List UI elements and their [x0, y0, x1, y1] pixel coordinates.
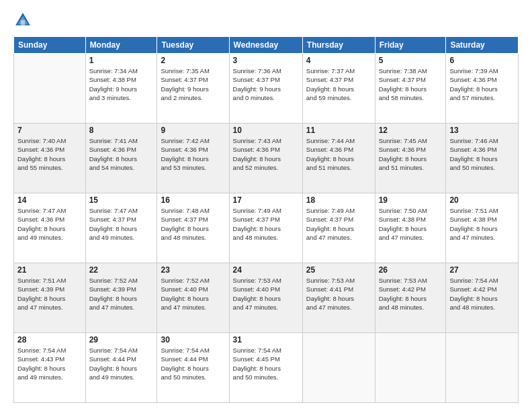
cell-info: Sunrise: 7:53 AMSunset: 4:40 PMDaylight:… [233, 276, 299, 312]
calendar-cell: 21Sunrise: 7:51 AMSunset: 4:39 PMDayligh… [14, 263, 86, 333]
calendar-cell: 18Sunrise: 7:49 AMSunset: 4:37 PMDayligh… [302, 193, 375, 263]
calendar-cell: 29Sunrise: 7:54 AMSunset: 4:44 PMDayligh… [85, 333, 157, 403]
calendar-cell: 14Sunrise: 7:47 AMSunset: 4:36 PMDayligh… [14, 193, 86, 263]
calendar-week: 14Sunrise: 7:47 AMSunset: 4:36 PMDayligh… [14, 193, 519, 263]
day-number: 28 [17, 335, 82, 345]
day-header: Wednesday [229, 37, 302, 54]
day-number: 1 [89, 56, 154, 65]
day-number: 21 [17, 265, 82, 275]
cell-info: Sunrise: 7:51 AMSunset: 4:38 PMDaylight:… [449, 206, 515, 242]
day-number: 8 [89, 126, 154, 135]
cell-info: Sunrise: 7:50 AMSunset: 4:38 PMDaylight:… [379, 206, 443, 242]
cell-info: Sunrise: 7:44 AMSunset: 4:36 PMDaylight:… [306, 136, 371, 172]
day-number: 25 [306, 265, 371, 275]
day-header: Sunday [14, 37, 86, 54]
page: SundayMondayTuesdayWednesdayThursdayFrid… [0, 0, 532, 411]
calendar-cell: 28Sunrise: 7:54 AMSunset: 4:43 PMDayligh… [14, 333, 86, 403]
calendar-week: 28Sunrise: 7:54 AMSunset: 4:43 PMDayligh… [14, 333, 519, 403]
calendar-cell: 3Sunrise: 7:36 AMSunset: 4:37 PMDaylight… [229, 54, 302, 124]
day-number: 20 [449, 195, 515, 205]
cell-info: Sunrise: 7:49 AMSunset: 4:37 PMDaylight:… [233, 206, 299, 242]
day-header: Thursday [302, 37, 375, 54]
cell-info: Sunrise: 7:37 AMSunset: 4:37 PMDaylight:… [306, 66, 371, 102]
svg-rect-2 [21, 20, 25, 26]
calendar-cell [446, 333, 519, 403]
cell-info: Sunrise: 7:36 AMSunset: 4:37 PMDaylight:… [233, 66, 299, 102]
day-number: 16 [161, 195, 225, 205]
calendar-cell: 11Sunrise: 7:44 AMSunset: 4:36 PMDayligh… [302, 124, 375, 193]
cell-info: Sunrise: 7:54 AMSunset: 4:44 PMDaylight:… [161, 346, 225, 381]
cell-info: Sunrise: 7:45 AMSunset: 4:36 PMDaylight:… [379, 136, 443, 172]
day-number: 19 [379, 195, 443, 205]
calendar-cell [375, 333, 446, 403]
calendar-cell [302, 333, 375, 403]
cell-info: Sunrise: 7:43 AMSunset: 4:36 PMDaylight:… [233, 136, 299, 172]
day-header: Monday [85, 37, 157, 54]
header [13, 11, 519, 30]
calendar-cell: 7Sunrise: 7:40 AMSunset: 4:36 PMDaylight… [14, 124, 86, 193]
day-number: 6 [449, 56, 515, 65]
cell-info: Sunrise: 7:34 AMSunset: 4:38 PMDaylight:… [89, 66, 154, 102]
calendar-cell: 30Sunrise: 7:54 AMSunset: 4:44 PMDayligh… [157, 333, 229, 403]
cell-info: Sunrise: 7:40 AMSunset: 4:36 PMDaylight:… [17, 136, 82, 172]
day-number: 10 [233, 126, 299, 135]
calendar-cell: 31Sunrise: 7:54 AMSunset: 4:45 PMDayligh… [229, 333, 302, 403]
cell-info: Sunrise: 7:47 AMSunset: 4:36 PMDaylight:… [17, 206, 82, 242]
day-number: 13 [449, 126, 515, 135]
cell-info: Sunrise: 7:35 AMSunset: 4:37 PMDaylight:… [161, 66, 225, 102]
day-number: 14 [17, 195, 82, 205]
calendar-week: 1Sunrise: 7:34 AMSunset: 4:38 PMDaylight… [14, 54, 519, 124]
cell-info: Sunrise: 7:49 AMSunset: 4:37 PMDaylight:… [306, 206, 371, 242]
day-number: 22 [89, 265, 154, 275]
day-number: 9 [161, 126, 225, 135]
day-number: 12 [379, 126, 443, 135]
cell-info: Sunrise: 7:47 AMSunset: 4:37 PMDaylight:… [89, 206, 154, 242]
cell-info: Sunrise: 7:52 AMSunset: 4:40 PMDaylight:… [161, 276, 225, 312]
calendar-cell: 25Sunrise: 7:53 AMSunset: 4:41 PMDayligh… [302, 263, 375, 333]
day-number: 26 [379, 265, 443, 275]
day-number: 17 [233, 195, 299, 205]
calendar-cell: 16Sunrise: 7:48 AMSunset: 4:37 PMDayligh… [157, 193, 229, 263]
day-number: 5 [379, 56, 443, 65]
calendar-cell: 15Sunrise: 7:47 AMSunset: 4:37 PMDayligh… [85, 193, 157, 263]
logo [13, 11, 35, 30]
cell-info: Sunrise: 7:38 AMSunset: 4:37 PMDaylight:… [379, 66, 443, 102]
day-header: Saturday [446, 37, 519, 54]
cell-info: Sunrise: 7:54 AMSunset: 4:45 PMDaylight:… [233, 346, 299, 381]
calendar-cell: 10Sunrise: 7:43 AMSunset: 4:36 PMDayligh… [229, 124, 302, 193]
cell-info: Sunrise: 7:41 AMSunset: 4:36 PMDaylight:… [89, 136, 154, 172]
day-number: 30 [161, 335, 225, 345]
calendar-cell: 2Sunrise: 7:35 AMSunset: 4:37 PMDaylight… [157, 54, 229, 124]
calendar-cell [14, 54, 86, 124]
calendar-cell: 20Sunrise: 7:51 AMSunset: 4:38 PMDayligh… [446, 193, 519, 263]
day-number: 23 [161, 265, 225, 275]
calendar-cell: 12Sunrise: 7:45 AMSunset: 4:36 PMDayligh… [375, 124, 446, 193]
day-header: Friday [375, 37, 446, 54]
day-number: 31 [233, 335, 299, 345]
calendar-cell: 19Sunrise: 7:50 AMSunset: 4:38 PMDayligh… [375, 193, 446, 263]
cell-info: Sunrise: 7:52 AMSunset: 4:39 PMDaylight:… [89, 276, 154, 312]
calendar-week: 21Sunrise: 7:51 AMSunset: 4:39 PMDayligh… [14, 263, 519, 333]
day-number: 27 [449, 265, 515, 275]
cell-info: Sunrise: 7:46 AMSunset: 4:36 PMDaylight:… [449, 136, 515, 172]
calendar-cell: 13Sunrise: 7:46 AMSunset: 4:36 PMDayligh… [446, 124, 519, 193]
day-number: 18 [306, 195, 371, 205]
cell-info: Sunrise: 7:39 AMSunset: 4:36 PMDaylight:… [449, 66, 515, 102]
day-number: 24 [233, 265, 299, 275]
day-header: Tuesday [157, 37, 229, 54]
cell-info: Sunrise: 7:54 AMSunset: 4:43 PMDaylight:… [17, 346, 82, 381]
cell-info: Sunrise: 7:42 AMSunset: 4:36 PMDaylight:… [161, 136, 225, 172]
cell-info: Sunrise: 7:51 AMSunset: 4:39 PMDaylight:… [17, 276, 82, 312]
calendar-cell: 17Sunrise: 7:49 AMSunset: 4:37 PMDayligh… [229, 193, 302, 263]
calendar: SundayMondayTuesdayWednesdayThursdayFrid… [13, 36, 519, 403]
calendar-cell: 24Sunrise: 7:53 AMSunset: 4:40 PMDayligh… [229, 263, 302, 333]
day-number: 7 [17, 126, 82, 135]
calendar-cell: 4Sunrise: 7:37 AMSunset: 4:37 PMDaylight… [302, 54, 375, 124]
day-number: 2 [161, 56, 225, 65]
cell-info: Sunrise: 7:48 AMSunset: 4:37 PMDaylight:… [161, 206, 225, 242]
calendar-cell: 23Sunrise: 7:52 AMSunset: 4:40 PMDayligh… [157, 263, 229, 333]
calendar-week: 7Sunrise: 7:40 AMSunset: 4:36 PMDaylight… [14, 124, 519, 193]
calendar-cell: 1Sunrise: 7:34 AMSunset: 4:38 PMDaylight… [85, 54, 157, 124]
calendar-cell: 9Sunrise: 7:42 AMSunset: 4:36 PMDaylight… [157, 124, 229, 193]
cell-info: Sunrise: 7:54 AMSunset: 4:42 PMDaylight:… [449, 276, 515, 312]
